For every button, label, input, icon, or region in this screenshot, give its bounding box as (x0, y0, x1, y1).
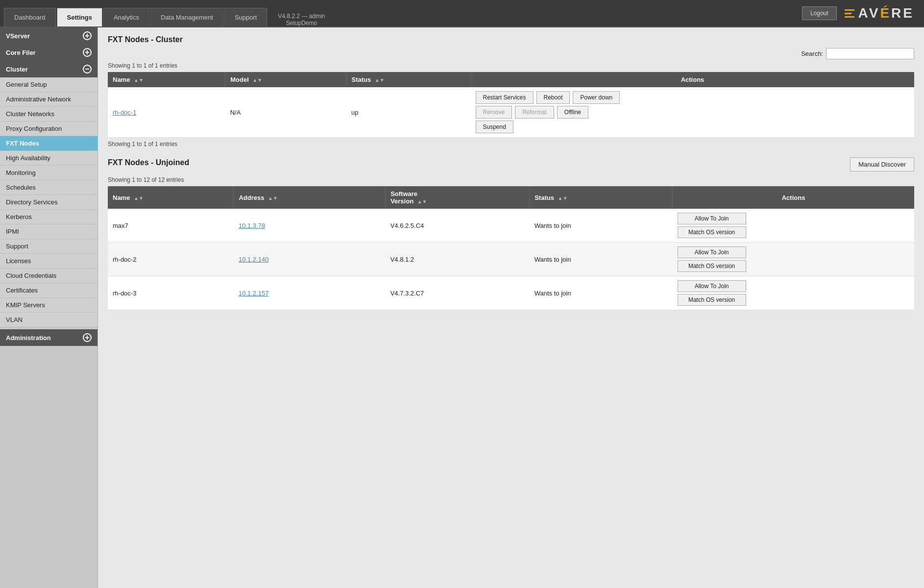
restart-services-button[interactable]: Restart Services (476, 91, 534, 104)
sidebar-item-licenses[interactable]: Licenses (0, 254, 97, 269)
table-row: rh-doc-1 N/A up Restart Services Reboot … (108, 87, 914, 138)
sidebar-item-ipmi[interactable]: IPMI (0, 224, 97, 239)
sidebar-item-directory-services[interactable]: Directory Services (0, 195, 97, 210)
logout-button[interactable]: Logout (802, 6, 837, 20)
sidebar-item-certificates[interactable]: Certificates (0, 283, 97, 298)
search-row: Search: (108, 48, 914, 59)
unjoined-name-1: rh-doc-2 (108, 243, 234, 276)
remove-button[interactable]: Remove (476, 106, 512, 119)
tab-data-management[interactable]: Data Management (150, 8, 223, 26)
manual-discover-button[interactable]: Manual Discover (850, 157, 914, 172)
cluster-table: Name ▲▼ Model ▲▼ Status ▲▼ Actions rh-do… (108, 72, 914, 138)
logo: AVÉRE (845, 5, 924, 21)
logo-line-1 (845, 9, 854, 11)
cluster-actions-row-1: Restart Services Reboot Power down (476, 91, 910, 104)
sidebar-item-proxy-configuration[interactable]: Proxy Configuration (0, 122, 97, 136)
tab-dashboard[interactable]: Dashboard (4, 8, 56, 26)
sort-icon-model: ▲▼ (252, 77, 262, 83)
sidebar-section-cluster[interactable]: Cluster − (0, 61, 97, 77)
sidebar-item-support[interactable]: Support (0, 239, 97, 254)
match-os-version-button-2[interactable]: Match OS version (678, 294, 746, 306)
cluster-section-title: FXT Nodes - Cluster (108, 35, 914, 44)
offline-button[interactable]: Offline (557, 106, 588, 119)
unjoined-address-link-2[interactable]: 10.1.2.157 (239, 290, 268, 297)
logo-highlight: É (880, 5, 891, 21)
sidebar-item-schedules[interactable]: Schedules (0, 180, 97, 195)
content-area: FXT Nodes - Cluster Search: Showing 1 to… (98, 27, 924, 588)
sidebar: VServer + Core Filer + Cluster − General… (0, 27, 98, 588)
unjoined-col-status: Status ▲▼ (530, 186, 673, 209)
unjoined-col-name: Name ▲▼ (108, 186, 234, 209)
sidebar-section-administration-icon: + (83, 333, 92, 342)
search-label: Search: (801, 50, 823, 57)
version-info: V4.8.2.2 --- admin SetupDemo (268, 13, 335, 26)
allow-to-join-button-0[interactable]: Allow To Join (678, 213, 746, 224)
logo-line-3 (845, 16, 854, 18)
sidebar-item-general-setup[interactable]: General Setup (0, 77, 97, 92)
sidebar-section-administration[interactable]: Administration + (0, 329, 97, 346)
table-row: rh-doc-2 10.1.2.140 V4.8.1.2 Wants to jo… (108, 243, 914, 276)
version-text: V4.8.2.2 --- admin (278, 13, 325, 20)
cluster-node-model: N/A (225, 87, 346, 138)
unjoined-version-1: V4.8.1.2 (386, 243, 530, 276)
tab-settings[interactable]: Settings (57, 8, 102, 26)
sort-icon-uversion: ▲▼ (417, 199, 427, 204)
sidebar-item-vlan[interactable]: VLAN (0, 313, 97, 327)
unjoined-address-link-1[interactable]: 10.1.2.140 (239, 256, 268, 263)
cluster-node-actions: Restart Services Reboot Power down Remov… (471, 87, 915, 138)
sidebar-item-high-availability[interactable]: High Availability (0, 151, 97, 166)
unjoined-name-0: max7 (108, 209, 234, 243)
reboot-button[interactable]: Reboot (536, 91, 570, 104)
unjoined-actions-container-0: Allow To Join Match OS version (678, 213, 909, 238)
cluster-col-status: Status ▲▼ (346, 72, 471, 87)
reformat-button[interactable]: Reformat (515, 106, 554, 119)
unjoined-header: FXT Nodes - Unjoined Manual Discover (108, 157, 914, 172)
unjoined-section-title: FXT Nodes - Unjoined (108, 158, 189, 167)
sidebar-section-core-filer[interactable]: Core Filer + (0, 44, 97, 61)
unjoined-actions-container-2: Allow To Join Match OS version (678, 280, 909, 306)
cluster-col-name: Name ▲▼ (108, 72, 225, 87)
sidebar-section-vserver[interactable]: VServer + (0, 27, 97, 44)
tab-analytics[interactable]: Analytics (103, 8, 149, 26)
sidebar-item-administrative-network[interactable]: Administrative Network (0, 92, 97, 107)
sidebar-section-core-filer-icon: + (83, 48, 92, 57)
unjoined-address-1[interactable]: 10.1.2.140 (234, 243, 386, 276)
sidebar-item-kmip-servers[interactable]: KMIP Servers (0, 298, 97, 313)
cluster-actions-row-2: Remove Reformat Offline (476, 106, 910, 119)
sidebar-section-vserver-label: VServer (6, 32, 30, 40)
sidebar-item-fxt-nodes[interactable]: FXT Nodes (0, 136, 97, 151)
power-down-button[interactable]: Power down (573, 91, 620, 104)
cluster-showing-bottom: Showing 1 to 1 of 1 entries (108, 141, 914, 147)
unjoined-address-0[interactable]: 10.1.3.78 (234, 209, 386, 243)
allow-to-join-button-1[interactable]: Allow To Join (678, 246, 746, 258)
sidebar-section-core-filer-label: Core Filer (6, 49, 36, 56)
sidebar-item-kerberos[interactable]: Kerberos (0, 210, 97, 224)
sidebar-item-cloud-credentials[interactable]: Cloud Credentials (0, 269, 97, 283)
unjoined-actions-2: Allow To Join Match OS version (673, 276, 914, 310)
match-os-version-button-0[interactable]: Match OS version (678, 226, 746, 238)
match-os-version-button-1[interactable]: Match OS version (678, 260, 746, 272)
sidebar-item-cluster-networks[interactable]: Cluster Networks (0, 107, 97, 122)
unjoined-status-2: Wants to join (530, 276, 673, 310)
sidebar-section-administration-label: Administration (6, 334, 51, 342)
sidebar-item-monitoring[interactable]: Monitoring (0, 166, 97, 180)
cluster-col-model: Model ▲▼ (225, 72, 346, 87)
sort-icon-name: ▲▼ (134, 77, 144, 83)
logo-lines-icon (845, 9, 854, 18)
tab-support[interactable]: Support (224, 8, 267, 26)
sidebar-section-cluster-label: Cluster (6, 66, 28, 73)
unjoined-address-2[interactable]: 10.1.2.157 (234, 276, 386, 310)
cluster-node-name-link[interactable]: rh-doc-1 (113, 109, 136, 116)
suspend-button[interactable]: Suspend (476, 121, 513, 133)
unjoined-actions-0: Allow To Join Match OS version (673, 209, 914, 243)
unjoined-address-link-0[interactable]: 10.1.3.78 (239, 222, 265, 229)
unjoined-actions-1: Allow To Join Match OS version (673, 243, 914, 276)
sort-icon-uname: ▲▼ (134, 196, 144, 201)
allow-to-join-button-2[interactable]: Allow To Join (678, 280, 746, 292)
unjoined-version-2: V4.7.3.2.C7 (386, 276, 530, 310)
unjoined-name-2: rh-doc-3 (108, 276, 234, 310)
search-input[interactable] (826, 48, 914, 59)
cluster-showing-top: Showing 1 to 1 of 1 entries (108, 62, 914, 69)
sort-icon-status: ▲▼ (375, 77, 385, 83)
unjoined-showing: Showing 1 to 12 of 12 entries (108, 176, 914, 183)
